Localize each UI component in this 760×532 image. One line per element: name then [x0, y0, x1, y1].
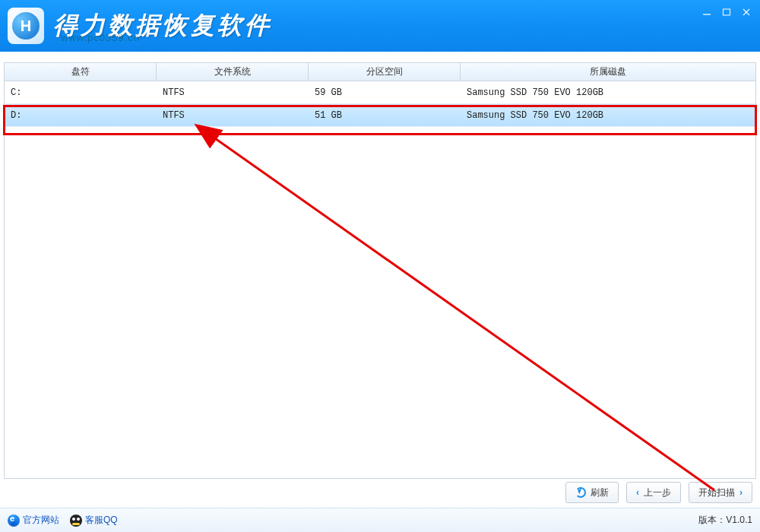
maximize-icon	[722, 8, 731, 17]
prev-label: 上一步	[644, 486, 671, 499]
scan-button[interactable]: 开始扫描 ›	[689, 482, 752, 503]
statusbar-left: 官方网站 客服QQ	[8, 514, 118, 527]
table-body: C: NTFS 59 GB Samsung SSD 750 EVO 120GB …	[5, 81, 755, 127]
statusbar: 官方网站 客服QQ 版本：V1.0.1	[0, 508, 760, 532]
chevron-right-icon: ›	[739, 487, 743, 498]
svg-rect-1	[724, 9, 730, 15]
cell-drive: C:	[5, 87, 157, 98]
titlebar: H 得力数据恢复软件 www.pc0359.cn	[0, 0, 760, 52]
minimize-icon	[702, 8, 711, 17]
website-label: 官方网站	[23, 514, 59, 527]
cell-size: 51 GB	[309, 110, 461, 121]
support-qq-link[interactable]: 客服QQ	[70, 514, 118, 527]
watermark-text: www.pc0359.cn	[61, 32, 140, 43]
chevron-left-icon: ‹	[636, 487, 639, 498]
table-row[interactable]: C: NTFS 59 GB Samsung SSD 750 EVO 120GB	[5, 81, 755, 104]
cell-filesystem: NTFS	[157, 87, 309, 98]
th-size[interactable]: 分区空间	[309, 63, 461, 81]
official-website-link[interactable]: 官方网站	[8, 514, 59, 527]
partition-table: 盘符 文件系统 分区空间 所属磁盘 C: NTFS 59 GB Samsung …	[5, 63, 755, 127]
table-row[interactable]: D: NTFS 51 GB Samsung SSD 750 EVO 120GB	[5, 104, 755, 127]
app-logo: H	[8, 8, 44, 44]
cell-disk: Samsung SSD 750 EVO 120GB	[461, 110, 755, 121]
th-filesystem[interactable]: 文件系统	[157, 63, 309, 81]
cell-size: 59 GB	[309, 87, 461, 98]
refresh-icon	[575, 487, 586, 498]
window-controls	[698, 5, 755, 20]
cell-drive: D:	[5, 110, 157, 121]
th-drive[interactable]: 盘符	[5, 63, 157, 81]
cell-disk: Samsung SSD 750 EVO 120GB	[461, 87, 755, 98]
qq-icon	[70, 515, 82, 527]
app-logo-icon: H	[12, 12, 40, 40]
prev-button[interactable]: ‹ 上一步	[626, 482, 681, 503]
maximize-button[interactable]	[717, 5, 736, 20]
version-text: 版本：V1.0.1	[698, 514, 752, 527]
refresh-label: 刷新	[591, 486, 609, 499]
table-header-row: 盘符 文件系统 分区空间 所属磁盘	[5, 63, 755, 81]
th-disk[interactable]: 所属磁盘	[461, 63, 755, 81]
action-bar: 刷新 ‹ 上一步 开始扫描 ›	[0, 477, 760, 508]
scan-label: 开始扫描	[698, 486, 735, 499]
browser-icon	[8, 515, 20, 527]
partition-panel: 盘符 文件系统 分区空间 所属磁盘 C: NTFS 59 GB Samsung …	[4, 62, 756, 479]
close-icon	[742, 8, 751, 17]
cell-filesystem: NTFS	[157, 110, 309, 121]
close-button[interactable]	[737, 5, 755, 20]
minimize-button[interactable]	[698, 5, 716, 20]
support-label: 客服QQ	[85, 514, 118, 527]
version-label: 版本：	[698, 515, 726, 525]
refresh-button[interactable]: 刷新	[565, 482, 619, 503]
version-value: V1.0.1	[726, 515, 752, 525]
